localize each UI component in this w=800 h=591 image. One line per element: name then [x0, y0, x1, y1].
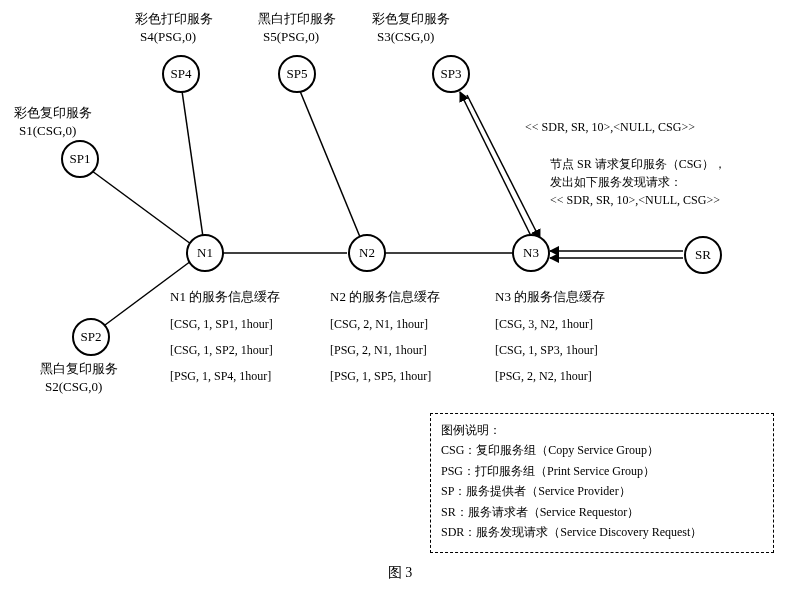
edge-note-sp3: << SDR, SR, 10>,<NULL, CSG>>	[525, 118, 695, 136]
cache-n3: N3 的服务信息缓存 [CSG, 3, N2, 1hour] [CSG, 1, …	[495, 288, 605, 384]
node-label: N1	[197, 245, 213, 261]
cache-row: [PSG, 1, SP5, 1hour]	[330, 368, 440, 384]
label-sp5-sub: S5(PSG,0)	[263, 28, 319, 46]
svg-line-6	[460, 92, 531, 236]
node-sp4: SP4	[162, 55, 200, 93]
node-label: SP1	[70, 151, 91, 167]
figure-caption: 图 3	[0, 564, 800, 582]
cache-row: [PSG, 2, N1, 1hour]	[330, 342, 440, 358]
node-sp2: SP2	[72, 318, 110, 356]
label-sp3-title: 彩色复印服务	[372, 10, 450, 28]
sr-note: 节点 SR 请求复印服务（CSG）， 发出如下服务发现请求： << SDR, S…	[550, 155, 726, 209]
text: S4(PSG,0)	[140, 29, 196, 44]
text: 彩色复印服务	[14, 105, 92, 120]
svg-line-0	[88, 168, 195, 247]
label-sp4-sub: S4(PSG,0)	[140, 28, 196, 46]
cache-row: [CSG, 3, N2, 1hour]	[495, 316, 605, 332]
legend-row: CSG：复印服务组（Copy Service Group）	[441, 440, 763, 460]
cache-n1: N1 的服务信息缓存 [CSG, 1, SP1, 1hour] [CSG, 1,…	[170, 288, 280, 384]
node-label: N2	[359, 245, 375, 261]
label-sp2-title: 黑白复印服务	[40, 360, 118, 378]
svg-line-7	[467, 95, 540, 239]
svg-line-2	[182, 91, 203, 237]
sr-note-l2: 发出如下服务发现请求：	[550, 173, 726, 191]
cache-n2: N2 的服务信息缓存 [CSG, 2, N1, 1hour] [PSG, 2, …	[330, 288, 440, 384]
text: S3(CSG,0)	[377, 29, 434, 44]
svg-line-3	[300, 91, 360, 237]
cache-title: N2 的服务信息缓存	[330, 288, 440, 306]
cache-row: [CSG, 1, SP2, 1hour]	[170, 342, 280, 358]
node-sp3: SP3	[432, 55, 470, 93]
cache-row: [CSG, 1, SP1, 1hour]	[170, 316, 280, 332]
node-label: SR	[695, 247, 711, 263]
node-n2: N2	[348, 234, 386, 272]
diagram-stage: 彩色打印服务 S4(PSG,0) 黑白打印服务 S5(PSG,0) 彩色复印服务…	[0, 0, 800, 591]
cache-row: [CSG, 2, N1, 1hour]	[330, 316, 440, 332]
text: 图 3	[388, 565, 413, 580]
label-sp2-sub: S2(CSG,0)	[45, 378, 102, 396]
legend-row: PSG：打印服务组（Print Service Group）	[441, 461, 763, 481]
cache-row: [PSG, 2, N2, 1hour]	[495, 368, 605, 384]
node-label: SP4	[171, 66, 192, 82]
cache-title: N3 的服务信息缓存	[495, 288, 605, 306]
legend-title: 图例说明：	[441, 420, 763, 440]
legend: 图例说明： CSG：复印服务组（Copy Service Group） PSG：…	[430, 413, 774, 553]
node-sp5: SP5	[278, 55, 316, 93]
legend-row: SR：服务请求者（Service Requestor）	[441, 502, 763, 522]
node-sp1: SP1	[61, 140, 99, 178]
node-n3: N3	[512, 234, 550, 272]
sr-note-l1: 节点 SR 请求复印服务（CSG），	[550, 155, 726, 173]
text: 黑白复印服务	[40, 361, 118, 376]
text: S2(CSG,0)	[45, 379, 102, 394]
text: S5(PSG,0)	[263, 29, 319, 44]
label-sp1-title: 彩色复印服务	[14, 104, 92, 122]
node-n1: N1	[186, 234, 224, 272]
node-label: SP5	[287, 66, 308, 82]
node-label: N3	[523, 245, 539, 261]
text: 彩色打印服务	[135, 11, 213, 26]
cache-title: N1 的服务信息缓存	[170, 288, 280, 306]
label-sp1-sub: S1(CSG,0)	[19, 122, 76, 140]
legend-row: SDR：服务发现请求（Service Discovery Request）	[441, 522, 763, 542]
legend-row: SP：服务提供者（Service Provider）	[441, 481, 763, 501]
text: << SDR, SR, 10>,<NULL, CSG>>	[525, 120, 695, 134]
sr-note-l3: << SDR, SR, 10>,<NULL, CSG>>	[550, 191, 726, 209]
node-sr: SR	[684, 236, 722, 274]
text: 黑白打印服务	[258, 11, 336, 26]
text: 彩色复印服务	[372, 11, 450, 26]
cache-row: [CSG, 1, SP3, 1hour]	[495, 342, 605, 358]
cache-row: [PSG, 1, SP4, 1hour]	[170, 368, 280, 384]
node-label: SP3	[441, 66, 462, 82]
label-sp4-title: 彩色打印服务	[135, 10, 213, 28]
label-sp3-sub: S3(CSG,0)	[377, 28, 434, 46]
label-sp5-title: 黑白打印服务	[258, 10, 336, 28]
node-label: SP2	[81, 329, 102, 345]
text: S1(CSG,0)	[19, 123, 76, 138]
